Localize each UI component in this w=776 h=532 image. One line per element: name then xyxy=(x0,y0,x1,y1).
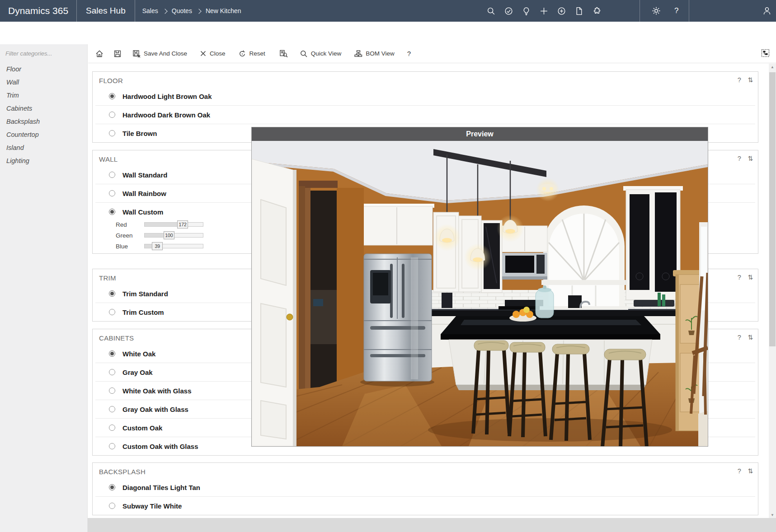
slider-thumb[interactable]: 172 xyxy=(177,220,188,229)
filter-categories-input[interactable] xyxy=(5,50,79,57)
preview-overlay: Preview xyxy=(252,127,708,446)
radio-unselected[interactable] xyxy=(109,503,115,509)
option-label: Gray Oak xyxy=(122,369,153,376)
vertical-scrollbar[interactable]: ▲ ▼ xyxy=(769,64,776,518)
slider-label: Red xyxy=(116,221,144,228)
radio-selected[interactable] xyxy=(109,93,115,99)
option-hardwood-dark-brown-oak[interactable]: Hardwood Dark Brown Oak xyxy=(95,105,755,124)
radio-selected[interactable] xyxy=(109,350,115,357)
section-sort-icon[interactable]: ⇅ xyxy=(748,334,753,341)
chevron-right-icon xyxy=(196,9,201,14)
radio-unselected[interactable] xyxy=(109,443,115,449)
add-circle-icon[interactable] xyxy=(557,6,566,16)
close-button[interactable]: Close xyxy=(200,50,226,57)
help-icon[interactable]: ? xyxy=(674,0,678,22)
plus-icon[interactable] xyxy=(539,6,549,16)
slider-track[interactable]: 100 xyxy=(144,233,203,238)
chevron-right-icon xyxy=(162,9,167,14)
option-label: Custom Oak xyxy=(122,424,162,432)
settings-gear-icon[interactable] xyxy=(651,0,661,22)
slider-thumb[interactable]: 100 xyxy=(164,231,174,239)
section-card-backsplash: BACKSPLASH?⇅Diagonal Tiles Light TanSubw… xyxy=(92,462,758,515)
save-button[interactable] xyxy=(113,50,122,58)
puzzle-icon[interactable] xyxy=(592,6,602,16)
bom-view-label: BOM View xyxy=(366,50,395,57)
save-and-close-button[interactable]: Save And Close xyxy=(132,50,187,58)
sidebar-item-wall[interactable]: Wall xyxy=(0,76,87,89)
sidebar-item-trim[interactable]: Trim xyxy=(0,89,87,102)
section-sort-icon[interactable]: ⇅ xyxy=(748,76,753,84)
radio-unselected[interactable] xyxy=(109,190,115,196)
summary-panel-icon[interactable] xyxy=(761,49,770,59)
sidebar-item-cabinets[interactable]: Cabinets xyxy=(0,102,87,115)
breadcrumb-sales[interactable]: Sales xyxy=(142,7,158,14)
radio-unselected[interactable] xyxy=(109,130,115,136)
navbar-icon-group xyxy=(486,0,602,22)
sidebar-item-lighting[interactable]: Lighting xyxy=(0,154,87,168)
section-icon-group: ?⇅ xyxy=(738,334,753,341)
preview-toggle-icon[interactable] xyxy=(279,49,288,58)
option-hardwood-light-brown-oak[interactable]: Hardwood Light Brown Oak xyxy=(95,87,755,105)
toolbar-help-button[interactable]: ? xyxy=(407,50,411,57)
sidebar-item-island[interactable]: Island xyxy=(0,141,87,154)
option-label: Custom Oak with Glass xyxy=(122,443,198,450)
radio-unselected[interactable] xyxy=(109,425,115,431)
radio-unselected[interactable] xyxy=(109,309,115,315)
option-label: Hardwood Dark Brown Oak xyxy=(122,111,210,119)
breadcrumb: Sales Quotes New Kitchen xyxy=(142,7,241,14)
section-help-icon[interactable]: ? xyxy=(738,467,741,475)
section-help-icon[interactable]: ? xyxy=(738,334,741,341)
slider-track[interactable]: 172 xyxy=(144,222,203,227)
home-button[interactable] xyxy=(95,50,103,58)
guide-book-icon[interactable] xyxy=(574,6,584,16)
option-diagonal-tiles-light-tan[interactable]: Diagonal Tiles Light Tan xyxy=(95,478,755,496)
search-icon[interactable] xyxy=(486,6,496,16)
option-label: Hardwood Light Brown Oak xyxy=(122,93,212,100)
option-label: Tile Brown xyxy=(122,130,157,137)
slider-thumb[interactable]: 39 xyxy=(152,242,163,250)
radio-selected[interactable] xyxy=(109,484,115,490)
scrollbar-thumb[interactable] xyxy=(769,72,776,346)
preview-title-bar[interactable]: Preview xyxy=(252,127,708,141)
lightbulb-icon[interactable] xyxy=(522,6,531,16)
app-name-sales-hub[interactable]: Sales Hub xyxy=(77,6,135,16)
sidebar-item-backsplash[interactable]: Backsplash xyxy=(0,115,87,128)
slider-track[interactable]: 39 xyxy=(144,244,203,248)
option-subway-tile-white[interactable]: Subway Tile White xyxy=(95,496,755,515)
dynamics-365-logo[interactable]: Dynamics 365 xyxy=(0,5,76,16)
radio-unselected[interactable] xyxy=(109,387,115,394)
radio-unselected[interactable] xyxy=(109,406,115,412)
user-avatar-icon[interactable] xyxy=(762,0,772,22)
save-and-close-label: Save And Close xyxy=(144,50,187,57)
radio-selected[interactable] xyxy=(109,290,115,297)
reset-button[interactable]: Reset xyxy=(238,50,265,58)
scroll-down-arrow[interactable]: ▼ xyxy=(769,512,776,518)
category-sidebar: FloorWallTrimCabinetsBacksplashCounterto… xyxy=(0,44,88,532)
breadcrumb-new-kitchen[interactable]: New Kitchen xyxy=(206,7,241,14)
quick-view-button[interactable]: Quick View xyxy=(300,50,341,58)
section-help-icon[interactable]: ? xyxy=(738,274,741,281)
section-sort-icon[interactable]: ⇅ xyxy=(748,467,753,475)
radio-unselected[interactable] xyxy=(109,369,115,375)
reset-label: Reset xyxy=(249,50,265,57)
option-label: Wall Standard xyxy=(122,171,167,179)
breadcrumb-quotes[interactable]: Quotes xyxy=(172,7,192,14)
tasks-check-icon[interactable] xyxy=(504,6,513,16)
section-help-icon[interactable]: ? xyxy=(738,76,741,84)
radio-unselected[interactable] xyxy=(109,112,115,118)
section-icon-group: ?⇅ xyxy=(738,155,753,162)
section-sort-icon[interactable]: ⇅ xyxy=(748,274,753,281)
kitchen-preview-image xyxy=(252,141,708,446)
section-help-icon[interactable]: ? xyxy=(738,155,741,162)
option-label: Trim Standard xyxy=(122,290,168,298)
radio-selected[interactable] xyxy=(109,209,115,215)
section-icon-group: ?⇅ xyxy=(738,467,753,475)
sidebar-item-floor[interactable]: Floor xyxy=(0,63,87,76)
option-label: Trim Custom xyxy=(122,308,164,316)
sidebar-item-countertop[interactable]: Countertop xyxy=(0,128,87,141)
section-sort-icon[interactable]: ⇅ xyxy=(748,155,753,162)
bom-view-button[interactable]: BOM View xyxy=(354,50,395,58)
scroll-up-arrow[interactable]: ▲ xyxy=(769,64,776,70)
radio-unselected[interactable] xyxy=(109,172,115,178)
slider-label: Green xyxy=(116,232,144,239)
